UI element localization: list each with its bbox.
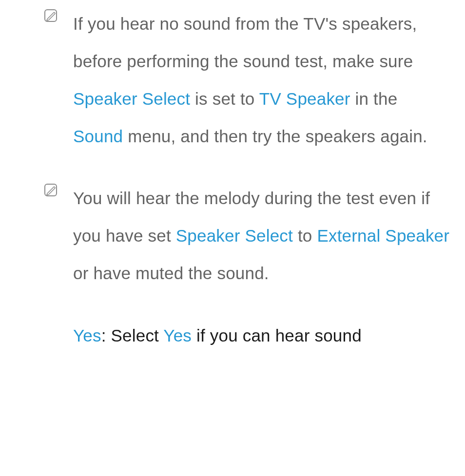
note-icon [44, 183, 58, 197]
speaker-select-term: Speaker Select [73, 89, 190, 108]
bottom-text: Yes: Select Yes if you can hear sound [73, 316, 450, 356]
tv-speaker-term: TV Speaker [259, 89, 350, 108]
svg-line-7 [54, 187, 56, 188]
note-block-1: If you hear no sound from the TV's speak… [44, 5, 450, 155]
note-text-1: If you hear no sound from the TV's speak… [73, 5, 450, 155]
text: to [293, 226, 317, 245]
text: : Select [101, 326, 164, 345]
text: If you hear no sound from the TV's speak… [73, 14, 417, 71]
document-page: If you hear no sound from the TV's speak… [0, 0, 465, 356]
note-block-2: You will hear the melody during the test… [44, 179, 450, 292]
yes-term: Yes [163, 326, 192, 345]
text: in the [350, 89, 398, 108]
text: if you can hear sound [192, 326, 362, 345]
svg-line-3 [54, 12, 56, 14]
text: or have muted the sound. [73, 264, 269, 283]
sound-menu-term: Sound [73, 127, 123, 146]
note-text-2: You will hear the melody during the test… [73, 179, 450, 292]
external-speaker-term: External Speaker [317, 226, 449, 245]
yes-option-label: Yes [73, 326, 101, 345]
speaker-select-term: Speaker Select [176, 226, 293, 245]
bottom-section: Yes: Select Yes if you can hear sound [44, 316, 450, 356]
text: is set to [190, 89, 259, 108]
text: menu, and then try the speakers again. [123, 127, 427, 146]
note-icon [44, 9, 58, 22]
